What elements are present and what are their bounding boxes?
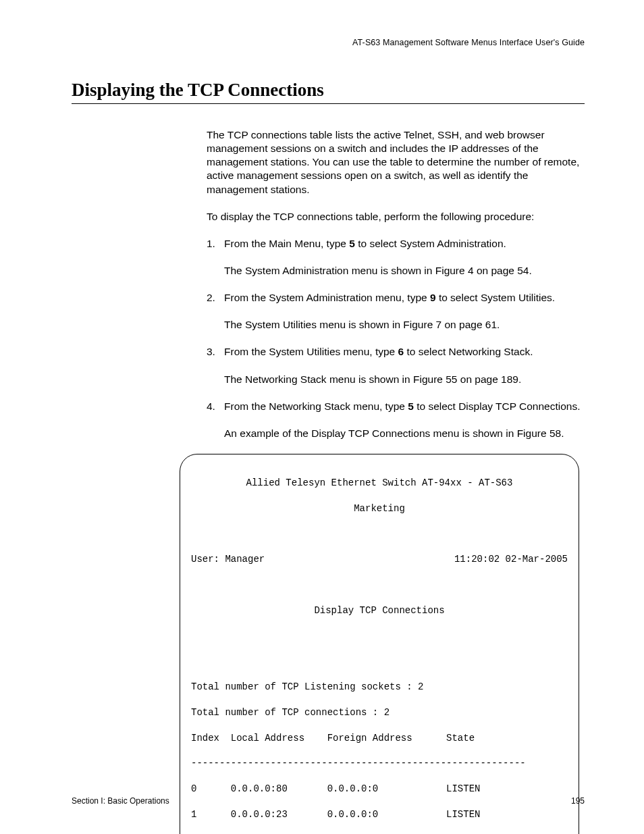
title-rule [72, 103, 585, 104]
terminal-title-2: Marketing [191, 502, 568, 515]
step-number: 2. [207, 291, 215, 305]
step-2: 2. From the System Administration menu, … [207, 291, 585, 332]
terminal-user: User: Manager [191, 553, 265, 566]
step-text-pre: From the System Utilities menu, type [224, 346, 398, 357]
step-list: 1. From the Main Menu, type 5 to select … [207, 237, 585, 440]
terminal-row: 0 0.0.0.0:80 0.0.0.0:0 LISTEN [191, 783, 568, 796]
terminal-blank [191, 527, 568, 540]
step-note: The System Utilities menu is shown in Fi… [224, 318, 585, 332]
step-number: 3. [207, 345, 215, 359]
lead-in-paragraph: To display the TCP connections table, pe… [207, 210, 585, 224]
step-text-post: to select System Administration. [355, 238, 506, 249]
terminal-screen: Allied Telesyn Ethernet Switch AT-94xx -… [180, 454, 579, 834]
step-number: 4. [207, 400, 215, 413]
terminal-blank [191, 579, 568, 592]
section-title: Displaying the TCP Connections [72, 80, 585, 101]
step-note: The System Administration menu is shown … [224, 264, 585, 278]
terminal-summary-1: Total number of TCP Listening sockets : … [191, 681, 568, 694]
terminal-blank [191, 630, 568, 643]
terminal-screen-title: Display TCP Connections [191, 604, 568, 617]
step-text-post: to select Networking Stack. [404, 346, 533, 357]
step-text-pre: From the System Administration menu, typ… [224, 292, 430, 303]
step-bold-key: 6 [398, 346, 404, 357]
step-3: 3. From the System Utilities menu, type … [207, 345, 585, 386]
terminal-header-row: Index Local Address Foreign Address Stat… [191, 732, 568, 745]
terminal-summary-2: Total number of TCP connections : 2 [191, 706, 568, 719]
step-text-post: to select System Utilities. [436, 292, 556, 303]
intro-paragraph: The TCP connections table lists the acti… [207, 128, 585, 197]
step-4: 4. From the Networking Stack menu, type … [207, 400, 585, 440]
terminal-row: 1 0.0.0.0:23 0.0.0.0:0 LISTEN [191, 808, 568, 821]
step-number: 1. [207, 237, 215, 251]
step-bold-key: 5 [408, 400, 414, 412]
running-header: AT-S63 Management Software Menus Interfa… [72, 38, 585, 47]
step-note: The Networking Stack menu is shown in Fi… [224, 373, 585, 386]
page-footer: Section I: Basic Operations 195 [72, 796, 585, 806]
terminal-blank [191, 655, 568, 668]
step-bold-key: 5 [349, 238, 355, 249]
footer-section: Section I: Basic Operations [72, 796, 169, 806]
terminal-user-row: User: Manager11:20:02 02-Mar-2005 [191, 553, 568, 566]
step-text-pre: From the Networking Stack menu, type [224, 400, 408, 412]
terminal-divider: ----------------------------------------… [191, 757, 568, 770]
step-bold-key: 9 [430, 292, 436, 303]
footer-page-number: 195 [571, 796, 585, 806]
step-note: An example of the Display TCP Connection… [224, 427, 585, 440]
terminal-timestamp: 11:20:02 02-Mar-2005 [454, 553, 568, 566]
terminal-figure: Allied Telesyn Ethernet Switch AT-94xx -… [180, 454, 579, 834]
body-column: The TCP connections table lists the acti… [207, 128, 585, 440]
terminal-title-1: Allied Telesyn Ethernet Switch AT-94xx -… [191, 477, 568, 490]
step-text-post: to select Display TCP Connections. [414, 400, 581, 412]
step-text-pre: From the Main Menu, type [224, 238, 349, 249]
step-1: 1. From the Main Menu, type 5 to select … [207, 237, 585, 278]
page: AT-S63 Management Software Menus Interfa… [0, 0, 644, 834]
